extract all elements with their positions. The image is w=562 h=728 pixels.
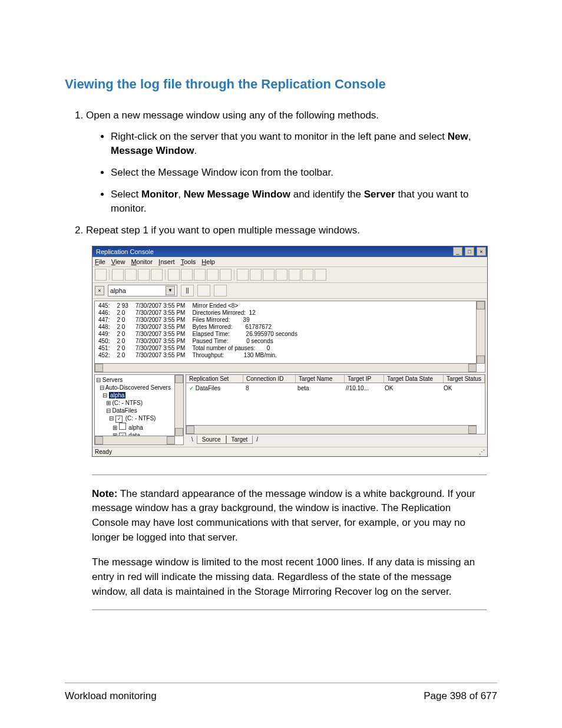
toolbar-button[interactable] [250, 269, 262, 281]
col-target-data-state[interactable]: Target Data State [384, 375, 444, 383]
toolbar-button[interactable] [276, 269, 287, 281]
cell-repset: ✓ DataFiles [186, 384, 243, 392]
checkbox-icon[interactable]: ✓ [115, 416, 123, 423]
toolbar-button[interactable] [237, 269, 249, 281]
tree-alpha[interactable]: ⊟ alpha [96, 391, 182, 399]
b3a: Select [111, 189, 141, 200]
scrollbar-horizontal[interactable] [95, 363, 477, 372]
toolbar-button[interactable] [181, 269, 193, 281]
toolbar-button[interactable] [207, 269, 219, 281]
menu-monitor[interactable]: Monitor [131, 258, 153, 265]
combo-value: alpha [110, 287, 126, 294]
period: . [194, 145, 197, 156]
page-footer: Workload monitoring Page 398 of 677 [65, 683, 497, 702]
filter-toolbar-button[interactable] [197, 285, 210, 297]
bullet-1-a: Right-click on the server that you want … [111, 131, 448, 142]
scroll-right-icon[interactable] [167, 436, 175, 444]
toolbar-button[interactable] [263, 269, 275, 281]
menu-view[interactable]: View [111, 258, 125, 265]
tree-autodiscovered[interactable]: ⊟ Auto-Discovered Servers [96, 384, 182, 391]
col-target-ip[interactable]: Target IP [345, 375, 384, 383]
col-target-status[interactable]: Target Status [444, 375, 485, 383]
scroll-left-icon[interactable] [95, 436, 103, 444]
toolbar-button[interactable] [289, 269, 300, 281]
toolbar-button[interactable] [151, 269, 163, 281]
tree-c-ntfs[interactable]: ⊞ (C: - NTFS) [96, 399, 182, 407]
scroll-left-icon[interactable] [95, 364, 103, 372]
toolbar-button[interactable] [220, 269, 232, 281]
cell-targetip: //10.10... [343, 384, 382, 392]
replication-table[interactable]: Replication Set Connection ID Target Nam… [186, 374, 485, 434]
titlebar[interactable]: Replication Console _ □ × [92, 246, 487, 257]
filter-toolbar-button[interactable] [214, 285, 227, 297]
note-p1: The standard appearance of the message w… [92, 488, 475, 543]
cell-status: OK [441, 384, 455, 392]
status-bar: Ready ⋰ [92, 447, 487, 456]
server-combo[interactable]: alpha ▼ [108, 285, 177, 297]
cell-datastate: OK [382, 384, 441, 392]
bullet-2: Select the Message Window icon from the … [111, 166, 497, 180]
toolbar-button[interactable] [315, 269, 326, 281]
toolbar-separator [234, 269, 234, 280]
tree-c-ntfs-2[interactable]: ⊟ ✓ (C: - NTFS) [96, 414, 182, 423]
scroll-up-icon[interactable] [175, 375, 183, 383]
scrollbar-horizontal[interactable] [186, 425, 477, 434]
minimize-button[interactable]: _ [453, 247, 462, 256]
check-icon: ✓ [189, 385, 194, 391]
scroll-down-icon[interactable] [175, 428, 183, 436]
page-heading: Viewing the log file through the Replica… [65, 77, 497, 92]
log-listbox[interactable]: 445: 446: 447: 448: 449: 450: 451: 452: … [94, 301, 485, 373]
cell-connid: 8 [243, 384, 295, 392]
log-col-datetime: 7/30/2007 3:55 PM 7/30/2007 3:55 PM 7/30… [132, 301, 189, 372]
pause-button[interactable]: || [181, 285, 194, 297]
bold-new-message-window: New Message Window [184, 189, 290, 200]
checkbox-icon[interactable] [119, 423, 126, 430]
toolbar-button[interactable] [138, 269, 150, 281]
note-block: Note: The standard appearance of the mes… [92, 487, 487, 599]
menu-help[interactable]: Help [201, 258, 215, 265]
toolbar-button[interactable] [112, 269, 124, 281]
step-2: Repeat step 1 if you want to open multip… [86, 223, 497, 238]
log-col-id: 445: 446: 447: 448: 449: 450: 451: 452: [95, 301, 113, 372]
close-panel-button[interactable]: × [95, 286, 104, 295]
cell-targetname: beta [295, 384, 343, 392]
col-target-name[interactable]: Target Name [296, 375, 345, 383]
tab-source[interactable]: Source [197, 436, 226, 444]
tree-datafiles[interactable]: ⊟ DataFiles [96, 407, 182, 414]
server-tree[interactable]: ⊟ Servers ⊟ Auto-Discovered Servers ⊟ al… [94, 374, 184, 445]
scrollbar-vertical[interactable] [174, 375, 183, 436]
maximize-button[interactable]: □ [465, 247, 474, 256]
tree-root-servers[interactable]: ⊟ Servers [96, 376, 182, 384]
col-connection-id[interactable]: Connection ID [243, 375, 296, 383]
col-replication-set[interactable]: Replication Set [186, 375, 243, 383]
toolbar-separator [109, 269, 110, 280]
status-text: Ready [95, 449, 112, 455]
note-p2: The message window is limited to the mos… [92, 555, 487, 599]
scroll-right-icon[interactable] [468, 364, 477, 372]
menu-tools[interactable]: Tools [181, 258, 196, 265]
close-button[interactable]: × [477, 247, 486, 256]
window-title: Replication Console [94, 248, 154, 255]
scroll-down-icon[interactable] [477, 355, 485, 364]
menu-file[interactable]: File [95, 258, 105, 265]
toolbar-button[interactable] [194, 269, 206, 281]
toolbar-button[interactable] [95, 269, 107, 281]
toolbar-button[interactable] [125, 269, 137, 281]
menu-insert[interactable]: Insert [158, 258, 175, 265]
chevron-down-icon[interactable]: ▼ [166, 286, 175, 295]
tree-alpha-sub[interactable]: ⊞ alpha [96, 423, 182, 431]
bold-new: New [448, 131, 468, 142]
scrollbar-vertical[interactable] [476, 301, 485, 364]
toolbar-button[interactable] [168, 269, 180, 281]
table-header: Replication Set Connection ID Target Nam… [186, 375, 485, 383]
tab-target[interactable]: Target [226, 436, 253, 444]
table-row[interactable]: ✓ DataFiles 8 beta //10.10... OK OK [186, 383, 485, 393]
scroll-left-icon[interactable] [186, 426, 194, 434]
log-col-code: 2 93 2 0 2 0 2 0 2 0 2 0 2 0 2 0 [113, 301, 131, 372]
scroll-up-icon[interactable] [477, 301, 485, 309]
resize-grip-icon[interactable]: ⋰ [479, 449, 485, 455]
b3b: , [178, 189, 183, 200]
scrollbar-horizontal[interactable] [95, 436, 175, 444]
scroll-right-icon[interactable] [468, 426, 477, 434]
toolbar-button[interactable] [302, 269, 313, 281]
